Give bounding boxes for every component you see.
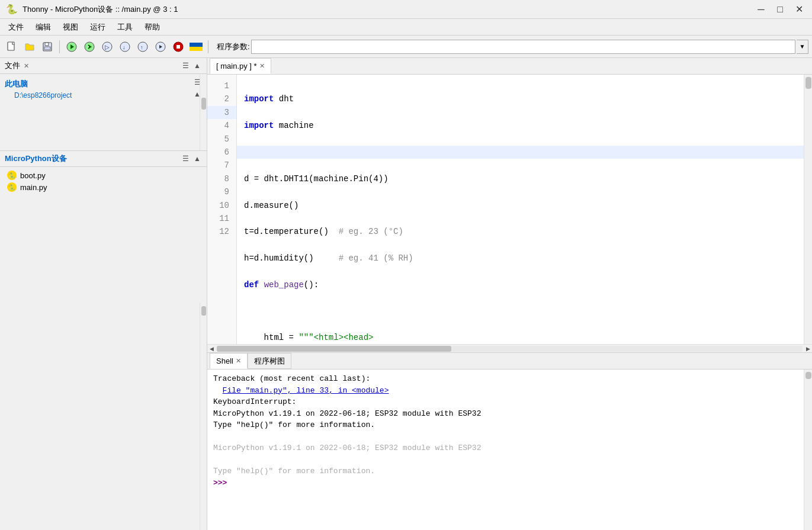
line-numbers: 1 2 3 4 5 6 7 8 9 10 11 12: [207, 75, 237, 344]
svg-rect-2: [45, 43, 49, 46]
sidebar: 文件 ✕ ☰ ▲ 此电脑 D:\esp8266project ☰ ▲: [0, 58, 207, 530]
files-panel-label: 文件 ✕: [5, 60, 29, 71]
new-file-button[interactable]: [4, 38, 20, 55]
hscroll-left[interactable]: ◀: [207, 345, 216, 353]
device-header: MicroPython设备 ☰ ▲: [0, 151, 207, 167]
editor-tab-label: [ main.py ] *: [216, 62, 257, 70]
shell-panel: Shell ✕ 程序树图 Traceback (most recent call…: [207, 352, 812, 530]
device-name[interactable]: MicroPython设备: [5, 153, 67, 164]
shell-text-area: Traceback (most recent call last): File …: [213, 373, 798, 526]
maximize-button[interactable]: □: [773, 2, 787, 17]
this-pc-text: 此电脑: [5, 79, 28, 89]
shell-tree-label: 程序树图: [254, 356, 285, 367]
svg-rect-18: [176, 45, 180, 49]
device-collapse[interactable]: ▲: [192, 154, 202, 163]
shell-line-3: KeyboardInterrupt:: [213, 396, 798, 408]
device-files: 🐍 boot.py 🐍 main.py: [0, 167, 207, 195]
editor-shell-area: [ main.py ] * ✕ 1 2 3 4 5: [207, 58, 812, 530]
files-panel-controls: ☰ ▲: [181, 61, 202, 70]
menu-tools[interactable]: 工具: [113, 20, 137, 34]
run-button[interactable]: [63, 38, 80, 55]
title-bar: 🐍 Thonny - MicroPython设备 :: /main.py @ 3…: [0, 0, 812, 19]
hscroll-thumb[interactable]: [217, 346, 451, 352]
file-main-py[interactable]: 🐍 main.py: [5, 181, 202, 193]
shell-content[interactable]: Traceback (most recent call last): File …: [207, 370, 804, 530]
code-editor[interactable]: 1 2 3 4 5 6 7 8 9 10 11 12 import d: [207, 75, 812, 344]
debug-button[interactable]: [81, 38, 98, 55]
shell-content-wrapper: Traceback (most recent call last): File …: [207, 370, 812, 530]
menu-edit[interactable]: 编辑: [31, 20, 56, 34]
svg-text:↓: ↓: [123, 44, 126, 50]
shell-tab-label: Shell: [216, 356, 233, 365]
svg-rect-8: [88, 46, 89, 47]
close-button[interactable]: ✕: [792, 2, 806, 17]
files-label-text: 文件: [5, 60, 20, 71]
step-into-button[interactable]: ↓: [117, 38, 133, 55]
step-over-button[interactable]: ▷: [99, 38, 115, 55]
code-line-10: html = """<html><head>: [244, 331, 797, 344]
editor-vscrollbar[interactable]: [804, 75, 812, 344]
hscroll-track[interactable]: [217, 346, 803, 352]
svg-text:↑: ↑: [140, 44, 143, 50]
title-bar-text: Thonny - MicroPython设备 :: /main.py @ 3 :…: [23, 4, 178, 15]
this-pc-label[interactable]: 此电脑: [5, 78, 72, 91]
program-args-input[interactable]: [251, 40, 795, 54]
toolbar: ▷ ↓ ↑ 程序参数: ▼: [0, 36, 812, 58]
shell-tab-bar: Shell ✕ 程序树图: [207, 353, 812, 370]
shell-line-8: [213, 454, 798, 466]
main-py-name: main.py: [20, 183, 47, 192]
files-panel-close[interactable]: ✕: [24, 62, 29, 70]
device-menu[interactable]: ☰: [181, 154, 190, 163]
svg-rect-19: [190, 43, 203, 47]
separator-2: [208, 40, 208, 53]
menu-file[interactable]: 文件: [4, 20, 28, 34]
this-pc-path[interactable]: D:\esp8266project: [5, 91, 72, 100]
shell-prompt: >>>: [213, 478, 227, 487]
run-to-cursor-button[interactable]: [152, 38, 169, 55]
editor-tab-main-py[interactable]: [ main.py ] * ✕: [210, 58, 271, 74]
editor-area: [ main.py ] * ✕ 1 2 3 4 5: [207, 58, 812, 352]
menu-view[interactable]: 视图: [58, 20, 83, 34]
code-line-1: import dht: [244, 92, 797, 105]
files-panel-menu[interactable]: ☰: [181, 61, 190, 70]
open-file-button[interactable]: [21, 38, 38, 55]
separator-1: [59, 40, 60, 53]
this-pc-section: 此电脑 D:\esp8266project ☰ ▲: [0, 74, 207, 151]
menu-run[interactable]: 运行: [85, 20, 110, 34]
boot-py-icon: 🐍: [7, 171, 17, 180]
shell-line-5: Type "help()" for more information.: [213, 419, 798, 431]
code-line-9: [244, 305, 797, 318]
program-args-label: 程序参数:: [217, 41, 250, 52]
shell-line-1: Traceback (most recent call last):: [213, 373, 798, 385]
editor-hscrollbar[interactable]: ◀ ▶: [207, 344, 812, 352]
ukraine-icon: [188, 38, 204, 55]
shell-tab-tree[interactable]: 程序树图: [248, 353, 291, 369]
boot-py-name: boot.py: [20, 171, 46, 180]
menu-bar: 文件 编辑 视图 运行 工具 帮助: [0, 19, 812, 36]
stop-button[interactable]: [170, 38, 187, 55]
shell-tab-close[interactable]: ✕: [236, 357, 241, 365]
code-line-7: h=d.humidity() # eg. 41 (% RH): [244, 252, 797, 265]
main-py-icon: 🐍: [7, 182, 17, 192]
shell-tab-shell[interactable]: Shell ✕: [210, 353, 248, 369]
code-line-8: def web_page():: [244, 278, 797, 291]
svg-rect-3: [44, 47, 50, 50]
file-boot-py[interactable]: 🐍 boot.py: [5, 169, 202, 181]
svg-rect-20: [190, 47, 203, 51]
shell-file-link[interactable]: File "main.py", line 33, in <module>: [223, 386, 389, 395]
step-out-button[interactable]: ↑: [134, 38, 151, 55]
minimize-button[interactable]: ─: [754, 2, 768, 17]
menu-help[interactable]: 帮助: [140, 20, 165, 34]
shell-vscrollbar[interactable]: [804, 370, 812, 530]
editor-tab-close[interactable]: ✕: [259, 62, 265, 70]
shell-line-9: Type "help()" for more information.: [213, 465, 798, 477]
svg-text:▷: ▷: [105, 44, 110, 50]
hscroll-right[interactable]: ▶: [804, 345, 812, 353]
save-file-button[interactable]: [39, 38, 56, 55]
files-panel-collapse[interactable]: ▲: [192, 61, 202, 70]
code-line-6: t=d.temperature() # eg. 23 (°C): [244, 225, 797, 238]
shell-line-4: MicroPython v1.19.1 on 2022-06-18; ESP32…: [213, 408, 798, 420]
program-args-dropdown[interactable]: ▼: [797, 40, 808, 54]
code-content[interactable]: import dht import machine d = dht.DHT11(…: [237, 75, 804, 344]
title-bar-controls: ─ □ ✕: [754, 2, 806, 17]
